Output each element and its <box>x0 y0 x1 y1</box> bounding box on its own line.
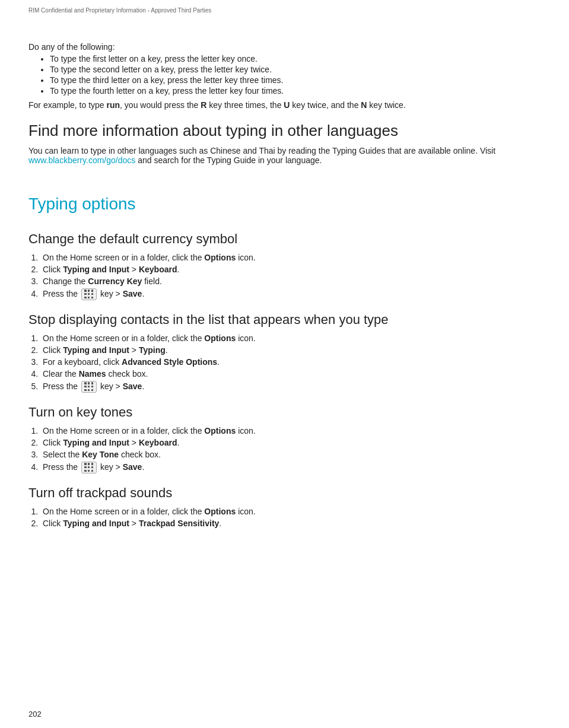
subsection-heading-keytones: Turn on key tones <box>28 405 541 420</box>
subsection-heading-currency: Change the default currency symbol <box>28 231 541 247</box>
list-item: Change the Currency Key field. <box>40 276 541 286</box>
list-item: Press the key > Save. <box>40 288 541 300</box>
subsection-heading-contacts: Stop displaying contacts in the list tha… <box>28 312 541 328</box>
bb-grid-icon <box>84 290 94 299</box>
list-item: On the Home screen or in a folder, click… <box>40 507 541 516</box>
subsection-heading-trackpad: Turn off trackpad sounds <box>28 485 541 501</box>
list-item: For a keyboard, click Advanced Style Opt… <box>40 357 541 367</box>
list-item: To type the second letter on a key, pres… <box>50 65 541 74</box>
list-item: To type the third letter on a key, press… <box>50 75 541 85</box>
list-item: Clear the Names check box. <box>40 369 541 379</box>
list-item: On the Home screen or in a folder, click… <box>40 333 541 343</box>
intro-do-any: Do any of the following: <box>28 42 541 52</box>
list-item: Click Typing and Input > Keyboard. <box>40 438 541 447</box>
find-more-heading: Find more information about typing in ot… <box>28 122 541 140</box>
bb-grid-icon <box>84 382 94 392</box>
bb-key-icon <box>81 381 97 393</box>
list-item: On the Home screen or in a folder, click… <box>40 253 541 262</box>
header-bar: RIM Confidential and Proprietary Informa… <box>28 5 541 18</box>
find-more-body: You can learn to type in other languages… <box>28 146 541 165</box>
list-item: To type the fourth letter on a key, pres… <box>50 86 541 96</box>
example-text: For example, to type run, you would pres… <box>28 100 541 110</box>
list-item: To type the first letter on a key, press… <box>50 54 541 63</box>
bb-grid-icon <box>84 463 94 472</box>
header-text: RIM Confidential and Proprietary Informa… <box>28 7 211 14</box>
typing-options-heading: Typing options <box>28 195 541 214</box>
blackberry-link[interactable]: www.blackberry.com/go/docs <box>28 155 135 165</box>
bb-key-icon <box>81 288 97 300</box>
trackpad-steps: On the Home screen or in a folder, click… <box>40 507 541 528</box>
list-item: Click Typing and Input > Typing. <box>40 345 541 355</box>
currency-steps: On the Home screen or in a folder, click… <box>40 253 541 300</box>
list-item: Click Typing and Input > Keyboard. <box>40 265 541 274</box>
contacts-steps: On the Home screen or in a folder, click… <box>40 333 541 393</box>
list-item: Click Typing and Input > Trackpad Sensit… <box>40 519 541 528</box>
keytones-steps: On the Home screen or in a folder, click… <box>40 426 541 473</box>
intro-bullet-list: To type the first letter on a key, press… <box>50 54 541 96</box>
page-wrapper: RIM Confidential and Proprietary Informa… <box>0 0 569 728</box>
list-item: Select the Key Tone check box. <box>40 450 541 459</box>
page-number: 202 <box>28 710 42 719</box>
bb-key-icon <box>81 462 97 473</box>
list-item: Press the key > Save. <box>40 381 541 393</box>
list-item: On the Home screen or in a folder, click… <box>40 426 541 435</box>
list-item: Press the key > Save. <box>40 462 541 473</box>
